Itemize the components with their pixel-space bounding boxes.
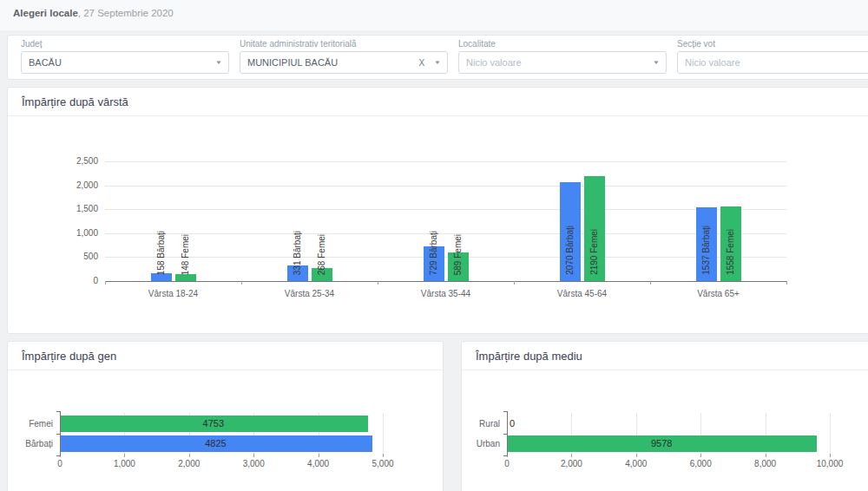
page-title: Alegeri locale, 27 Septembrie 2020 xyxy=(13,8,174,18)
x-axis-tick-label: 4,000 xyxy=(293,459,345,468)
y-axis-tick-label: 1,500 xyxy=(60,204,98,213)
category-label: Vârsta 18-24 xyxy=(122,289,226,298)
row-label: Urban xyxy=(462,439,500,448)
axis-tick xyxy=(766,454,766,457)
bar-annotation: 9578 xyxy=(507,438,816,448)
axis-tick xyxy=(241,281,242,285)
bar-annotation: 1558 Femei xyxy=(726,229,735,275)
row-label: Femei xyxy=(8,419,53,429)
y-axis-tick-label: 2,000 xyxy=(60,180,98,190)
chevron-down-icon[interactable]: ▼ xyxy=(434,60,441,65)
row-label: Bărbați xyxy=(8,439,53,448)
axis-tick xyxy=(636,454,637,457)
axis-tick xyxy=(503,411,507,412)
axis-tick xyxy=(319,454,319,457)
axis-tick xyxy=(650,281,651,285)
axis-tick xyxy=(105,281,106,285)
age-chart: 05001,0001,5002,0002,500Vârsta 18-24158 … xyxy=(8,88,868,333)
age-chart-card: Împărțire după vârstă 05001,0001,5002,00… xyxy=(7,87,868,334)
bar-annotation: 729 Bărbați xyxy=(429,231,438,275)
sectie-select-value: Nicio valoare xyxy=(685,57,868,68)
axis-tick xyxy=(503,434,507,435)
x-axis-tick-label: 4,000 xyxy=(610,459,662,468)
bar-annotation: 4753 xyxy=(60,418,367,429)
judet-select[interactable]: BACĂU ▼ xyxy=(21,51,229,74)
category-label: Vârsta 35-44 xyxy=(394,289,498,298)
row-label: Rural xyxy=(462,419,500,429)
x-axis-tick-label: 2,000 xyxy=(545,459,597,468)
category-label: Vârsta 25-34 xyxy=(258,289,362,298)
mediu-chart-card: Împărțire după mediu 02,0004,0006,0008,0… xyxy=(461,341,868,491)
gridline xyxy=(105,257,786,258)
y-axis-tick-label: 2,500 xyxy=(60,156,98,166)
axis-tick xyxy=(56,434,60,435)
y-axis-tick-label: 500 xyxy=(60,252,98,261)
clear-icon[interactable]: X xyxy=(418,58,424,68)
gridline xyxy=(105,209,786,210)
axis-tick xyxy=(189,454,190,457)
axis-tick xyxy=(378,281,378,285)
bar-annotation: 2070 Bărbați xyxy=(565,226,575,275)
page-title-bold: Alegeri locale xyxy=(13,8,78,18)
axis-tick xyxy=(56,411,60,412)
filter-label-uat: Unitate administrativ teritorială xyxy=(240,39,448,49)
bar-annotation: 2190 Femei xyxy=(589,229,599,275)
axis-tick xyxy=(571,454,572,457)
x-axis-tick-label: 8,000 xyxy=(740,459,792,468)
axis-tick xyxy=(700,454,701,457)
filter-label-judet: Județ xyxy=(21,39,229,49)
bar-annotation: 158 Bărbați xyxy=(156,231,166,275)
filter-group-sectie: Secție vot Nicio valoare ▼ xyxy=(677,39,868,79)
filter-label-sectie: Secție vot xyxy=(677,39,868,49)
filter-panel: Județ BACĂU ▼ Unitate administrativ teri… xyxy=(7,35,868,80)
bar-annotation: 589 Femei xyxy=(453,234,463,275)
gridline xyxy=(105,233,786,234)
axis-tick xyxy=(830,454,831,457)
filter-group-uat: Unitate administrativ teritorială MUNICI… xyxy=(240,39,448,79)
mediu-chart: 02,0004,0006,0008,00010,000Rural0Urban95… xyxy=(462,342,868,491)
sectie-select[interactable]: Nicio valoare ▼ xyxy=(677,51,868,74)
axis-tick xyxy=(503,455,507,456)
x-axis-tick-label: 5,000 xyxy=(357,459,409,468)
gridline xyxy=(830,413,831,454)
y-axis-tick-label: 1,000 xyxy=(60,228,98,238)
axis-tick xyxy=(124,454,125,457)
gridline xyxy=(105,186,786,187)
page-title-date: , 27 Septembrie 2020 xyxy=(78,8,174,18)
chevron-down-icon[interactable]: ▼ xyxy=(215,60,222,65)
bar-annotation: 331 Bărbați xyxy=(293,231,302,275)
filter-group-judet: Județ BACĂU ▼ xyxy=(21,39,229,79)
axis-tick xyxy=(786,281,787,285)
uat-select[interactable]: MUNICIPIUL BACĂU X ▼ xyxy=(240,51,448,74)
category-label: Vârsta 65+ xyxy=(667,289,771,298)
x-axis-tick-label: 2,000 xyxy=(163,459,215,468)
localitate-select[interactable]: Nicio valoare ▼ xyxy=(458,51,667,74)
category-label: Vârsta 45-64 xyxy=(530,289,635,298)
localitate-select-value: Nicio valoare xyxy=(466,57,654,68)
axis-tick xyxy=(253,454,254,457)
axis-tick xyxy=(514,281,515,285)
bar-annotation: 0 xyxy=(510,418,527,429)
gender-chart: 01,0002,0003,0004,0005,000Femei4753Bărba… xyxy=(8,342,443,491)
filter-label-localitate: Localitate xyxy=(458,39,667,49)
bar-annotation: 268 Femei xyxy=(317,234,326,275)
chevron-down-icon[interactable]: ▼ xyxy=(653,60,660,65)
x-axis-tick-label: 0 xyxy=(481,459,533,468)
bar-annotation: 4825 xyxy=(60,438,372,448)
uat-select-value: MUNICIPIUL BACĂU xyxy=(247,57,418,68)
bar-annotation: 1537 Bărbați xyxy=(701,226,711,275)
x-axis-tick-label: 3,000 xyxy=(227,459,279,468)
gridline xyxy=(105,161,786,162)
x-axis-tick-label: 1,000 xyxy=(98,459,150,468)
filter-group-localitate: Localitate Nicio valoare ▼ xyxy=(458,39,667,79)
axis-tick xyxy=(56,455,60,456)
bar-annotation: 148 Femei xyxy=(181,234,190,275)
axis-tick xyxy=(383,454,384,457)
gridline xyxy=(383,413,384,454)
x-axis-tick-label: 6,000 xyxy=(674,459,727,468)
x-axis-tick-label: 0 xyxy=(34,459,86,468)
y-axis-tick-label: 0 xyxy=(60,276,98,285)
gender-chart-card: Împărțire după gen 01,0002,0003,0004,000… xyxy=(7,341,444,491)
top-header-bar: Alegeri locale, 27 Septembrie 2020 xyxy=(0,0,868,30)
judet-select-value: BACĂU xyxy=(29,57,216,68)
